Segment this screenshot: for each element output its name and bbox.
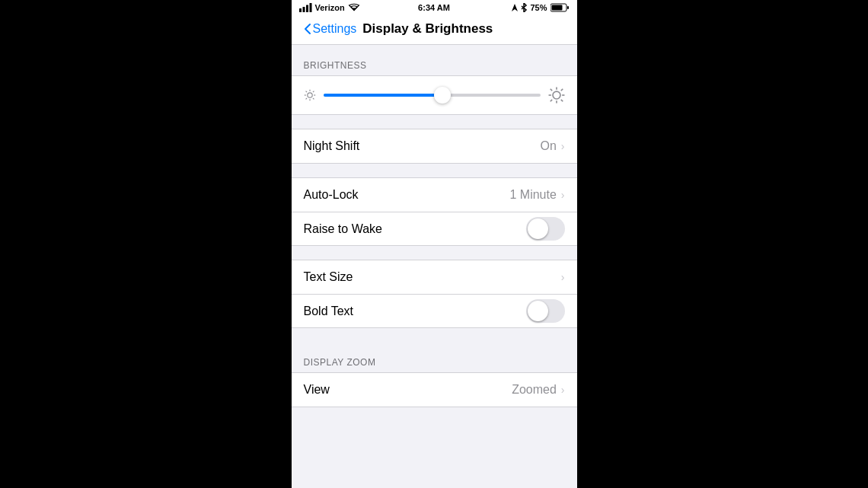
status-left: Verizon <box>299 3 360 12</box>
svg-rect-3 <box>309 3 311 12</box>
svg-point-7 <box>307 93 311 97</box>
settings-content: BRIGHTNESS <box>292 45 577 488</box>
svg-line-24 <box>550 100 551 101</box>
battery-icon <box>550 3 570 12</box>
spacer-1 <box>292 115 577 129</box>
svg-line-21 <box>550 89 551 91</box>
night-shift-row[interactable]: Night Shift On › <box>292 129 577 163</box>
bottom-spacer <box>292 407 577 423</box>
battery-percent: 75% <box>530 3 547 12</box>
auto-lock-chevron: › <box>561 189 565 201</box>
location-icon <box>512 4 518 11</box>
raise-to-wake-label: Raise to Wake <box>304 222 526 236</box>
bold-text-row[interactable]: Bold Text <box>292 294 577 327</box>
view-value: Zoomed <box>512 383 557 397</box>
brightness-slider[interactable] <box>324 94 541 97</box>
back-label: Settings <box>313 22 357 36</box>
bluetooth-icon <box>521 3 527 12</box>
nav-bar: Settings Display & Brightness <box>292 15 577 45</box>
svg-line-13 <box>313 98 314 99</box>
text-group: Text Size › Bold Text <box>292 260 577 328</box>
svg-rect-5 <box>567 6 569 9</box>
slider-thumb <box>434 87 451 104</box>
bold-text-knob <box>528 301 548 321</box>
view-row[interactable]: View Zoomed › <box>292 373 577 407</box>
text-size-row[interactable]: Text Size › <box>292 260 577 294</box>
night-shift-group: Night Shift On › <box>292 129 577 164</box>
slider-fill <box>324 94 443 97</box>
auto-lock-row[interactable]: Auto-Lock 1 Minute › <box>292 178 577 212</box>
brightness-group <box>292 75 577 115</box>
svg-point-16 <box>553 91 560 99</box>
status-bar: Verizon 6:34 AM 75% <box>292 0 577 15</box>
spacer-3 <box>292 246 577 260</box>
signal-icon <box>299 3 312 12</box>
night-shift-label: Night Shift <box>304 139 541 153</box>
lock-wake-group: Auto-Lock 1 Minute › Raise to Wake <box>292 177 577 246</box>
svg-rect-2 <box>306 5 308 13</box>
bold-text-toggle[interactable] <box>526 299 565 323</box>
svg-line-15 <box>305 98 306 99</box>
bold-text-label: Bold Text <box>304 305 526 318</box>
svg-rect-6 <box>551 5 562 11</box>
view-label: View <box>304 383 512 397</box>
raise-to-wake-toggle[interactable] <box>526 217 565 241</box>
spacer-2 <box>292 164 577 177</box>
night-shift-value: On <box>540 139 556 153</box>
raise-to-wake-knob <box>528 218 548 239</box>
sun-large-icon <box>548 87 565 104</box>
wifi-icon <box>348 3 360 12</box>
svg-line-23 <box>560 89 562 91</box>
svg-line-22 <box>560 100 562 101</box>
raise-to-wake-row[interactable]: Raise to Wake <box>292 212 577 245</box>
spacer-4 <box>292 328 577 342</box>
sun-small-icon <box>304 89 316 101</box>
chevron-left-icon <box>304 23 311 35</box>
status-time: 6:34 AM <box>418 3 450 12</box>
svg-rect-1 <box>302 7 305 12</box>
brightness-section-header: BRIGHTNESS <box>292 45 577 75</box>
carrier-name: Verizon <box>315 3 345 12</box>
status-right: 75% <box>512 3 569 12</box>
text-size-label: Text Size <box>304 270 561 284</box>
display-zoom-section-header: DISPLAY ZOOM <box>292 342 577 372</box>
auto-lock-label: Auto-Lock <box>304 188 510 202</box>
auto-lock-value: 1 Minute <box>509 188 556 202</box>
back-button[interactable]: Settings <box>304 22 357 36</box>
display-zoom-group: View Zoomed › <box>292 372 577 407</box>
night-shift-chevron: › <box>561 140 565 152</box>
view-chevron: › <box>561 384 565 396</box>
text-size-chevron: › <box>561 271 565 283</box>
page-title: Display & Brightness <box>362 21 493 37</box>
phone-frame: Verizon 6:34 AM 75% <box>292 0 577 488</box>
svg-line-12 <box>305 91 306 92</box>
brightness-row[interactable] <box>292 76 577 114</box>
svg-rect-0 <box>299 8 302 12</box>
svg-line-14 <box>313 91 314 92</box>
